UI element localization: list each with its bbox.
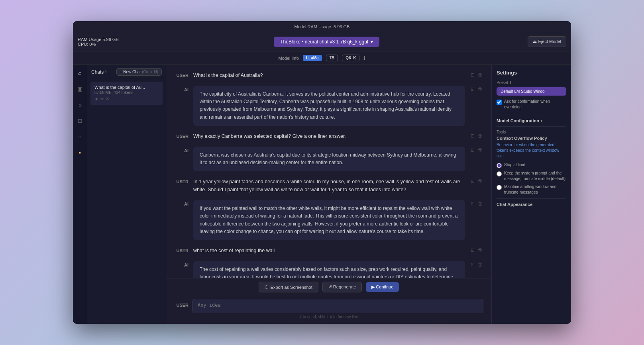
eject-model-button[interactable]: ⏏ Eject Model (528, 36, 566, 47)
input-hint: # to send, shift + # to for new line (174, 313, 483, 321)
radio-option-stop: Stop at limit (497, 162, 566, 168)
radio-truncate[interactable] (497, 171, 502, 176)
radio-option-rolling: Maintain a rolling window and truncate m… (497, 184, 566, 195)
sidebar-item-toggle[interactable]: ▣ (75, 84, 85, 94)
chats-info-icon[interactable]: ℹ (105, 70, 107, 74)
sidebar-item-search[interactable]: ⌕ (75, 100, 85, 110)
delete-btn[interactable]: 🗑 (477, 86, 483, 93)
delete-btn[interactable]: 🗑 (477, 178, 483, 185)
copy-btn[interactable]: ⊡ (470, 147, 475, 154)
message-bubble: Canberra was chosen as Australia's capit… (193, 147, 465, 171)
cpu-info: CPU: 0% (78, 42, 126, 47)
model-config-arrow: › (541, 118, 542, 123)
badge-llama: LLaMa (303, 55, 322, 61)
regenerate-button[interactable]: ↺ Regenerate (322, 282, 362, 292)
input-area: USER # to send, shift + # to for new lin… (166, 296, 491, 324)
model-info-icon[interactable]: ℹ (363, 55, 365, 61)
sidebar-item-folder[interactable]: ▪ (75, 148, 85, 157)
chat-item[interactable]: What is the capital of Au... 57.08 MB, 4… (90, 82, 163, 105)
copy-btn[interactable]: ⊡ (470, 261, 475, 268)
chat-item-meta: 57.08 MB, 434 tokens (94, 90, 159, 95)
copy-btn[interactable]: ⊡ (470, 200, 475, 207)
sidebar-icons: ⌂ ▣ ⌕ ⊡ ↔ ▪ (73, 65, 87, 324)
model-config-section[interactable]: Model Configuration › (497, 118, 566, 123)
message-row: AI Canberra was chosen as Australia's ca… (174, 147, 483, 171)
chat-main: USER What is the capital of Australia? ⊡… (166, 65, 491, 324)
message-content: Canberra was chosen as Australia's capit… (193, 147, 465, 171)
copy-btn[interactable]: ⊡ (470, 247, 475, 254)
screenshot-icon: ⬡ (265, 284, 269, 290)
message-actions: ⊡ 🗑 (470, 147, 483, 154)
delete-btn[interactable]: 🗑 (477, 261, 483, 268)
message-content: what is the cost of repainting the wall (193, 247, 465, 255)
sidebar-item-home[interactable]: ⌂ (75, 68, 85, 78)
message-actions: ⊡ 🗑 (470, 132, 483, 139)
settings-title: Settings (497, 70, 566, 76)
message-content: Why exactly Canberra was selected capita… (193, 132, 465, 140)
main-content: ⌂ ▣ ⌕ ⊡ ↔ ▪ Chats ℹ + New Chat (Ctrl + N… (73, 65, 571, 324)
message-actions: ⊡ 🗑 (470, 247, 483, 254)
messages-area: USER What is the capital of Australia? ⊡… (166, 65, 491, 278)
model-select-button[interactable]: TheBloke • neural chat v3 1 7B q6_k gguf… (274, 37, 379, 47)
chat-item-actions: 👁 ✏ ✕ (94, 96, 159, 102)
chats-label: Chats ℹ (91, 69, 107, 75)
radio-stop[interactable] (497, 163, 502, 168)
delete-btn[interactable]: 🗑 (477, 71, 483, 78)
message-role-ai: AI (174, 200, 188, 206)
chat-delete-btn[interactable]: ✕ (106, 96, 109, 102)
copy-btn[interactable]: ⊡ (470, 132, 475, 139)
message-role-user: USER (174, 132, 188, 139)
model-config-label: Model Configuration (497, 118, 539, 123)
chat-item-title: What is the capital of Au... (94, 85, 159, 90)
message-actions: ⊡ 🗑 (470, 261, 483, 268)
message-actions: ⊡ 🗑 (470, 178, 483, 185)
message-role-ai: AI (174, 86, 188, 92)
radio-rolling[interactable] (497, 185, 502, 190)
dropdown-icon: ▾ (371, 39, 373, 45)
chat-input[interactable] (192, 299, 483, 313)
message-row: USER what is the cost of repainting the … (174, 247, 483, 255)
message-text: In 1 year yellow paint fades and becomes… (193, 178, 465, 194)
preset-button[interactable]: Default LM Studio Windo (497, 87, 566, 96)
radio-option-truncate: Keep the system prompt and the message, … (497, 171, 566, 182)
confirmation-checkbox-input[interactable] (497, 100, 502, 105)
delete-btn[interactable]: 🗑 (477, 200, 483, 207)
confirmation-checkbox: Ask for confirmation when overriding (497, 99, 566, 110)
badge-q6k: Q6_K (342, 55, 359, 61)
continue-button[interactable]: ▶ Continue (366, 282, 399, 292)
message-actions: ⊡ 🗑 (470, 71, 483, 78)
input-role-label: USER (174, 299, 188, 308)
header: RAM Usage 5.96 GB CPU: 0% TheBloke • neu… (73, 32, 571, 51)
message-bubble: The cost of repainting a wall varies con… (193, 261, 465, 278)
sidebar-item-messages[interactable]: ⊡ (75, 116, 85, 125)
divider (497, 114, 566, 114)
eject-label: ⏏ Eject Model (533, 39, 561, 44)
delete-btn[interactable]: 🗑 (477, 147, 483, 154)
chat-view-btn[interactable]: 👁 (94, 96, 99, 102)
model-selector: TheBloke • neural chat v3 1 7B q6_k gguf… (130, 37, 523, 47)
preset-info-icon[interactable]: ℹ (510, 80, 511, 85)
message-actions: ⊡ 🗑 (470, 200, 483, 207)
divider (497, 198, 566, 199)
export-screenshot-button[interactable]: ⬡ Export as Screenshot (259, 282, 318, 292)
badge-7b: 7B (326, 55, 338, 61)
message-row: USER Why exactly Canberra was selected c… (174, 132, 483, 140)
delete-btn[interactable]: 🗑 (477, 132, 483, 139)
message-actions: ⊡ 🗑 (470, 86, 483, 93)
chat-edit-btn[interactable]: ✏ (100, 96, 104, 102)
app-window: Model RAM Usage: 5.96 GB RAM Usage 5.96 … (73, 21, 571, 324)
copy-btn[interactable]: ⊡ (470, 178, 475, 185)
message-row: AI The capital city of Australia is Canb… (174, 86, 483, 126)
message-row: AI If you want the painted wall to match… (174, 200, 483, 240)
copy-btn[interactable]: ⊡ (470, 71, 475, 78)
new-chat-button[interactable]: + New Chat (Ctrl + N) (116, 68, 162, 76)
chat-sidebar: Chats ℹ + New Chat (Ctrl + N) What is th… (87, 65, 166, 324)
delete-btn[interactable]: 🗑 (477, 247, 483, 254)
action-bar: ⬡ Export as Screenshot ↺ Regenerate ▶ Co… (166, 278, 491, 296)
input-row: USER (174, 299, 483, 313)
copy-btn[interactable]: ⊡ (470, 86, 475, 93)
sidebar-item-arrows[interactable]: ↔ (75, 132, 85, 141)
title-bar-text: Model RAM Usage: 5.96 GB (295, 24, 350, 29)
message-row: AI The cost of repainting a wall varies … (174, 261, 483, 278)
ram-info: RAM Usage 5.96 GB (78, 37, 126, 42)
